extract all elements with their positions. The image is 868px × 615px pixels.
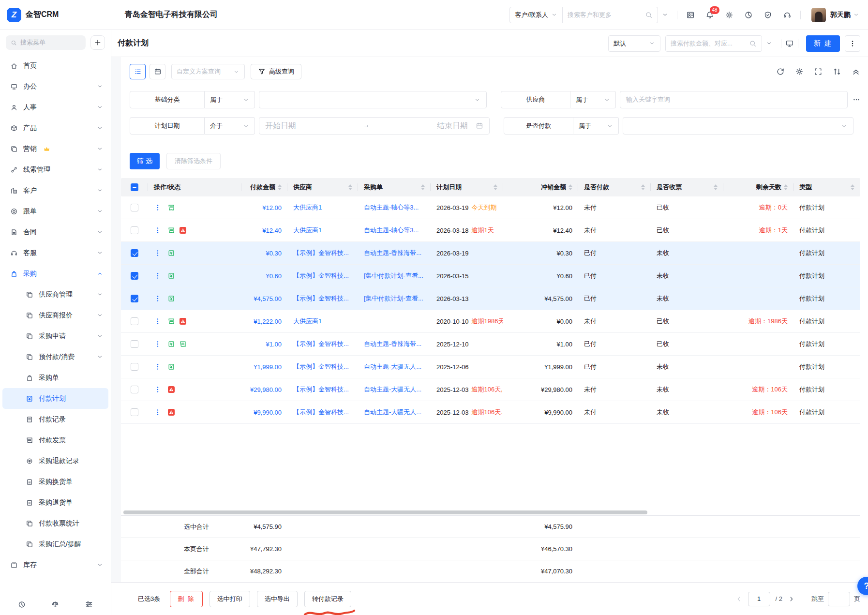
sort-control[interactable] [851, 184, 854, 190]
support-button[interactable] [783, 11, 792, 19]
row-more-icon[interactable] [154, 249, 162, 257]
supplier-link[interactable]: 【示例】金智科技... [293, 385, 349, 394]
filter-supplier-keyword-input[interactable]: 输入关键字查询 [620, 91, 848, 108]
sidebar-item[interactable]: 采购退货单 [0, 492, 111, 513]
amount-link[interactable]: ¥12.00 [262, 204, 282, 211]
sidebar-item[interactable]: 供应商报价 [0, 305, 111, 326]
balance-icon[interactable] [51, 600, 60, 609]
supplier-link[interactable]: 【示例】金智科技... [293, 294, 349, 303]
usage-stats-button[interactable] [744, 11, 753, 19]
table-search-input[interactable]: 搜索付款金额、对应... [665, 35, 762, 52]
chevron-down-icon[interactable] [853, 12, 859, 18]
table-row[interactable]: ¥9,990.00【示例】金智科技...自动主题-大疆无人...2025-12-… [121, 401, 860, 424]
user-name[interactable]: 郭天鹏 [830, 11, 851, 19]
view-scheme-select[interactable]: 默认 [608, 35, 660, 52]
contacts-button[interactable] [686, 11, 695, 19]
table-row[interactable]: ¥12.40大供应商1自动主题-轴心等3...2026-03-18逾期1天¥12… [121, 219, 860, 242]
amount-link[interactable]: ¥1.00 [266, 341, 282, 348]
purchase-order-link[interactable]: 自动主题-大疆无人... [364, 385, 421, 394]
custom-scheme-select[interactable]: 自定义方案查询 [171, 64, 245, 79]
more-filters-button[interactable] [853, 96, 860, 104]
list-view-button[interactable] [130, 64, 146, 79]
filter-category-value-select[interactable] [259, 91, 487, 108]
more-actions-button[interactable] [845, 35, 860, 52]
sidebar-item[interactable]: 库存 [0, 555, 111, 575]
row-checkbox[interactable] [131, 204, 138, 211]
sidebar-item[interactable]: 付款发票 [0, 430, 111, 450]
purchase-order-link[interactable]: 自动主题-香辣海带... [364, 340, 421, 348]
jump-page-input[interactable] [828, 592, 850, 606]
filter-operator-select[interactable]: 属于 [570, 91, 616, 108]
column-settings-icon[interactable] [795, 67, 804, 76]
sort-control[interactable] [641, 184, 645, 190]
app-logo[interactable]: Z 金智CRM [0, 8, 111, 22]
supplier-link[interactable]: 【示例】金智科技... [293, 362, 349, 371]
sidebar-item[interactable]: 营销 [0, 138, 111, 159]
sidebar-item[interactable]: 产品 [0, 118, 111, 138]
table-row[interactable]: ¥1,999.00【示例】金智科技...自动主题-大疆无人...2025-12-… [121, 356, 860, 378]
purchase-order-link[interactable]: 自动主题-香辣海带... [364, 249, 421, 257]
row-more-icon[interactable] [154, 340, 162, 348]
table-row[interactable]: ¥29,980.00【示例】金智科技...自动主题-大疆无人...2025-12… [121, 378, 860, 401]
footer-action-button[interactable]: 转付款记录 [304, 591, 351, 607]
purchase-order-link[interactable]: 自动主题-轴心等3... [364, 226, 419, 235]
supplier-link[interactable]: 【示例】金智科技... [293, 340, 349, 348]
supplier-link[interactable]: 大供应商1 [293, 203, 322, 212]
delete-button[interactable]: 删 除 [170, 591, 203, 607]
row-more-icon[interactable] [154, 226, 162, 234]
workbench-button[interactable] [785, 39, 794, 48]
purchase-order-link[interactable]: 自动主题-大疆无人... [364, 408, 421, 417]
global-search-input[interactable]: 搜索客户和更多 [563, 7, 658, 23]
sidebar-item[interactable]: 采购退款记录 [0, 450, 111, 471]
sort-control[interactable] [714, 184, 718, 190]
row-checkbox[interactable] [131, 226, 138, 234]
row-height-icon[interactable] [833, 67, 841, 76]
row-more-icon[interactable] [154, 317, 162, 325]
sidebar-item[interactable]: 办公 [0, 76, 111, 97]
footer-action-button[interactable]: 选中打印 [210, 591, 250, 607]
filter-paid-value-select[interactable] [623, 117, 853, 135]
sidebar-item[interactable]: 采购单 [0, 367, 111, 388]
search-scope-select[interactable]: 客户/联系人 [510, 7, 563, 23]
sidebar-item[interactable]: 付款计划 [2, 388, 108, 409]
table-row[interactable]: ¥1,222.00大供应商12020-10-10逾期1986天¥0.00未付已收… [121, 310, 860, 333]
row-more-icon[interactable] [154, 295, 162, 302]
table-row[interactable]: ¥0.60【示例】金智科技...[集中付款计划-查看...2026-03-15¥… [121, 265, 860, 287]
advanced-query-button[interactable]: 高级查询 [251, 64, 301, 79]
sidebar-item[interactable]: 采购换货单 [0, 471, 111, 492]
supplier-link[interactable]: 【示例】金智科技... [293, 249, 349, 257]
row-checkbox[interactable] [131, 295, 138, 302]
sidebar-item[interactable]: 首页 [0, 55, 111, 76]
horizontal-scrollbar[interactable] [123, 510, 647, 514]
sidebar-item[interactable]: 采购申请 [0, 326, 111, 346]
purchase-order-link[interactable]: [集中付款计划-查看... [364, 271, 423, 280]
search-expand-chevron[interactable] [662, 12, 668, 18]
amount-link[interactable]: ¥9,990.00 [254, 409, 282, 416]
supplier-link[interactable]: 【示例】金智科技... [293, 271, 349, 280]
table-row[interactable]: ¥4,575.00【示例】金智科技...[集中付款计划-查看...2026-03… [121, 287, 860, 310]
select-all-checkbox[interactable] [131, 183, 138, 191]
amount-link[interactable]: ¥0.60 [266, 272, 282, 280]
row-more-icon[interactable] [154, 204, 162, 211]
row-more-icon[interactable] [154, 386, 162, 393]
sort-control[interactable] [278, 184, 282, 190]
avatar[interactable] [811, 8, 826, 22]
filter-date-range-input[interactable]: 开始日期 结束日期 [259, 117, 490, 135]
sidebar-item[interactable]: 跟单 [0, 201, 111, 222]
amount-link[interactable]: ¥12.40 [262, 227, 282, 234]
row-checkbox[interactable] [131, 249, 138, 257]
table-row[interactable]: ¥0.30【示例】金智科技...自动主题-香辣海带...2026-03-19¥0… [121, 242, 860, 265]
sidebar-item[interactable]: 采购汇总/提醒 [0, 534, 111, 555]
notifications-button[interactable]: 48 [705, 11, 714, 19]
sidebar-item[interactable]: 供应商管理 [0, 284, 111, 305]
supplier-link[interactable]: 大供应商1 [293, 317, 322, 326]
filter-operator-select[interactable]: 属于 [205, 91, 255, 108]
table-row[interactable]: ¥12.00大供应商1自动主题-轴心等3...2026-03-19今天到期¥12… [121, 196, 860, 219]
row-checkbox[interactable] [131, 363, 138, 371]
collapse-icon[interactable] [852, 67, 860, 76]
sort-control[interactable] [494, 184, 497, 190]
refresh-icon[interactable] [776, 67, 785, 76]
row-more-icon[interactable] [154, 272, 162, 280]
amount-link[interactable]: ¥29,980.00 [250, 386, 282, 393]
filter-operator-select[interactable]: 属于 [573, 117, 619, 135]
